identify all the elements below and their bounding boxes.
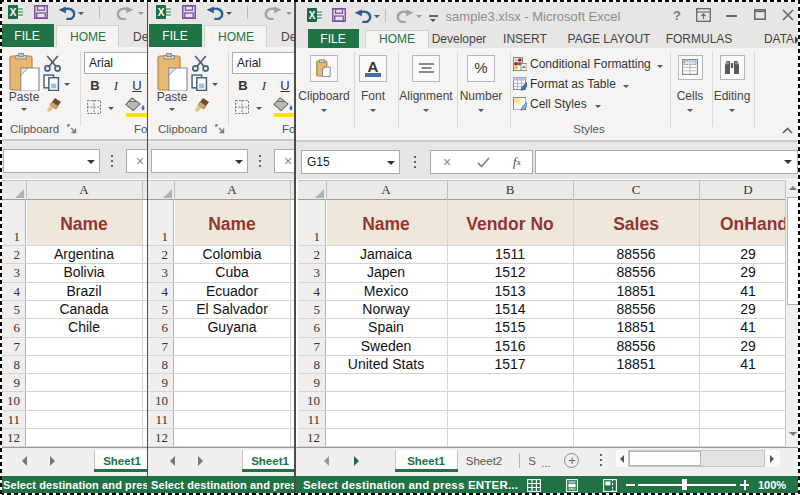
svg-text:X: X	[309, 10, 316, 21]
svg-text:X: X	[10, 7, 17, 18]
svg-text:X: X	[158, 7, 165, 18]
svg-text:≠: ≠	[522, 63, 526, 70]
